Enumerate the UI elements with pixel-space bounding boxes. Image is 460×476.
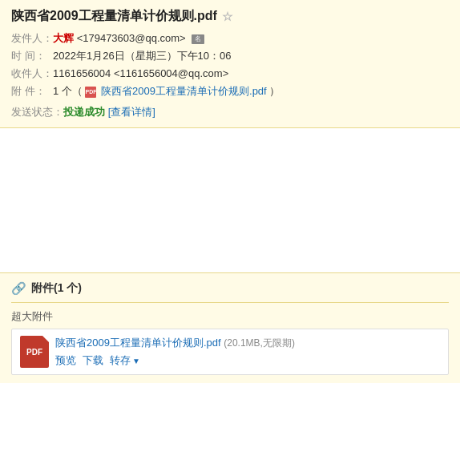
paperclip-icon: 🔗 <box>11 281 26 296</box>
to-label: 收件人： <box>11 67 53 81</box>
attach-row: 附 件： 1 个（ PDF 陕西省2009工程量清单计价规则.pdf ） <box>11 84 449 99</box>
attachment-section: 🔗 附件(1 个) 超大附件 PDF 陕西省2009工程量清单计价规则.pdf … <box>0 272 460 383</box>
from-value: 大辉 <179473603@qq.com> 名 <box>53 31 204 46</box>
attach-pdf-icon: PDF <box>85 87 96 98</box>
attachment-info: 陕西省2009工程量清单计价规则.pdf (20.1MB,无限期) 预览 下载 … <box>55 336 440 368</box>
from-row: 发件人： 大辉 <179473603@qq.com> 名 <box>11 31 449 46</box>
download-link[interactable]: 下载 <box>83 353 103 368</box>
attachment-filename[interactable]: 陕西省2009工程量清单计价规则.pdf <box>55 337 224 349</box>
time-label: 时 间： <box>11 49 53 63</box>
super-attachment-label: 超大附件 <box>11 309 449 324</box>
recipient-email: <1161656004@qq.com> <box>114 67 228 79</box>
transfer-dropdown[interactable]: 转存 ▼ <box>110 353 140 368</box>
email-meta: 发件人： 大辉 <179473603@qq.com> 名 时 间： 2022年1… <box>11 31 449 119</box>
status-success-text: 投递成功 <box>63 106 105 118</box>
time-row: 时 间： 2022年1月26日（星期三）下午10：06 <box>11 49 449 63</box>
attachment-actions: 预览 下载 转存 ▼ <box>55 353 440 368</box>
sender-name: 大辉 <box>53 32 74 44</box>
attach-close: ） <box>269 85 280 97</box>
attachment-item: PDF 陕西省2009工程量清单计价规则.pdf (20.1MB,无限期) 预览… <box>11 329 449 375</box>
status-value: 投递成功 [查看详情] <box>63 105 155 119</box>
status-label: 发送状态： <box>11 105 63 119</box>
subject-text: 陕西省2009工程量清单计价规则.pdf <box>11 8 217 25</box>
attach-count: 1 个（ <box>53 85 83 97</box>
attachment-header: 🔗 附件(1 个) <box>11 281 449 303</box>
email-body <box>0 128 460 272</box>
sender-email: <179473603@qq.com> <box>77 32 186 44</box>
to-value: 1161656004 <1161656004@qq.com> <box>53 67 228 79</box>
pdf-icon-large: PDF <box>20 336 49 368</box>
attachment-size: (20.1MB,无限期) <box>224 337 295 349</box>
transfer-text: 转存 <box>110 353 131 368</box>
chevron-down-icon: ▼ <box>132 357 140 365</box>
from-label: 发件人： <box>11 31 53 46</box>
status-row: 发送状态： 投递成功 [查看详情] <box>11 105 449 119</box>
time-value: 2022年1月26日（星期三）下午10：06 <box>53 49 232 63</box>
status-detail-link[interactable]: [查看详情] <box>108 106 155 118</box>
email-subject-row: 陕西省2009工程量清单计价规则.pdf ☆ <box>11 8 449 25</box>
preview-link[interactable]: 预览 <box>55 353 76 368</box>
to-row: 收件人： 1161656004 <1161656004@qq.com> <box>11 67 449 81</box>
attachment-header-text: 附件(1 个) <box>31 281 82 296</box>
star-icon[interactable]: ☆ <box>222 10 232 24</box>
attachment-filename-row: 陕西省2009工程量清单计价规则.pdf (20.1MB,无限期) <box>55 336 440 350</box>
attach-link[interactable]: 陕西省2009工程量清单计价规则.pdf <box>101 85 267 97</box>
attach-label: 附 件： <box>11 84 53 99</box>
recipient-name: 1161656004 <box>53 67 111 79</box>
attach-value: 1 个（ PDF 陕西省2009工程量清单计价规则.pdf ） <box>53 84 280 99</box>
email-header: 陕西省2009工程量清单计价规则.pdf ☆ 发件人： 大辉 <17947360… <box>0 0 460 128</box>
contact-card-icon[interactable]: 名 <box>192 34 204 44</box>
